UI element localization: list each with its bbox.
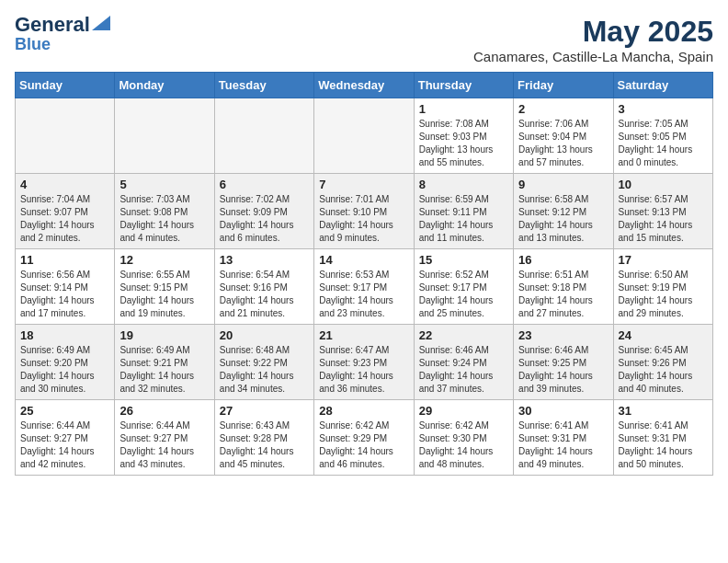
subtitle: Canamares, Castille-La Mancha, Spain: [473, 49, 713, 64]
day-number: 21: [319, 328, 408, 342]
calendar-week-row: 11Sunrise: 6:56 AM Sunset: 9:14 PM Dayli…: [16, 249, 713, 325]
calendar-cell: 22Sunrise: 6:46 AM Sunset: 9:24 PM Dayli…: [414, 325, 513, 400]
day-info: Sunrise: 6:48 AM Sunset: 9:22 PM Dayligh…: [220, 344, 309, 396]
day-number: 7: [319, 178, 408, 191]
calendar-cell: 23Sunrise: 6:46 AM Sunset: 9:25 PM Dayli…: [514, 325, 613, 400]
day-info: Sunrise: 6:59 AM Sunset: 9:11 PM Dayligh…: [419, 193, 508, 245]
calendar-table: SundayMondayTuesdayWednesdayThursdayFrid…: [15, 72, 713, 476]
calendar-cell: 25Sunrise: 6:44 AM Sunset: 9:27 PM Dayli…: [16, 400, 115, 476]
day-info: Sunrise: 6:44 AM Sunset: 9:27 PM Dayligh…: [20, 419, 109, 471]
day-number: 6: [220, 178, 309, 191]
weekday-header: Saturday: [613, 73, 712, 98]
calendar-cell: 15Sunrise: 6:52 AM Sunset: 9:17 PM Dayli…: [414, 249, 513, 325]
day-number: 5: [119, 178, 209, 191]
weekday-header: Wednesday: [314, 73, 414, 98]
calendar-cell: 5Sunrise: 7:03 AM Sunset: 9:08 PM Daylig…: [115, 174, 214, 249]
logo: General Blue: [15, 15, 110, 54]
day-number: 9: [518, 178, 608, 191]
day-info: Sunrise: 7:02 AM Sunset: 9:09 PM Dayligh…: [220, 193, 309, 245]
svg-marker-0: [92, 16, 110, 30]
day-info: Sunrise: 7:04 AM Sunset: 9:07 PM Dayligh…: [20, 193, 109, 245]
calendar-cell: 24Sunrise: 6:45 AM Sunset: 9:26 PM Dayli…: [613, 325, 712, 400]
weekday-header: Monday: [115, 73, 214, 98]
calendar-cell: 6Sunrise: 7:02 AM Sunset: 9:09 PM Daylig…: [214, 174, 313, 249]
day-number: 22: [419, 328, 508, 342]
calendar-cell: [214, 98, 313, 174]
calendar-cell: 18Sunrise: 6:49 AM Sunset: 9:20 PM Dayli…: [16, 325, 115, 400]
day-number: 31: [619, 404, 708, 418]
logo-blue: Blue: [15, 35, 51, 54]
calendar-cell: 20Sunrise: 6:48 AM Sunset: 9:22 PM Dayli…: [214, 325, 313, 400]
month-title: May 2025: [473, 15, 713, 49]
day-number: 16: [518, 253, 608, 267]
title-area: May 2025 Canamares, Castille-La Mancha, …: [473, 15, 713, 64]
calendar-cell: 10Sunrise: 6:57 AM Sunset: 9:13 PM Dayli…: [613, 174, 712, 249]
day-info: Sunrise: 6:43 AM Sunset: 9:28 PM Dayligh…: [220, 419, 309, 471]
day-info: Sunrise: 6:55 AM Sunset: 9:15 PM Dayligh…: [119, 269, 209, 320]
day-info: Sunrise: 6:49 AM Sunset: 9:20 PM Dayligh…: [20, 344, 109, 396]
day-number: 13: [220, 253, 309, 267]
calendar-cell: 19Sunrise: 6:49 AM Sunset: 9:21 PM Dayli…: [115, 325, 214, 400]
day-info: Sunrise: 6:50 AM Sunset: 9:19 PM Dayligh…: [619, 269, 708, 320]
day-number: 25: [20, 404, 109, 418]
day-info: Sunrise: 7:06 AM Sunset: 9:04 PM Dayligh…: [518, 118, 608, 169]
day-info: Sunrise: 6:42 AM Sunset: 9:29 PM Dayligh…: [319, 419, 408, 471]
day-number: 10: [619, 178, 708, 191]
calendar-cell: 27Sunrise: 6:43 AM Sunset: 9:28 PM Dayli…: [214, 400, 313, 476]
weekday-header: Sunday: [16, 73, 115, 98]
day-number: 28: [319, 404, 408, 418]
calendar-cell: 4Sunrise: 7:04 AM Sunset: 9:07 PM Daylig…: [16, 174, 115, 249]
calendar-cell: 1Sunrise: 7:08 AM Sunset: 9:03 PM Daylig…: [414, 98, 513, 174]
calendar-cell: 31Sunrise: 6:41 AM Sunset: 9:31 PM Dayli…: [613, 400, 712, 476]
day-info: Sunrise: 7:08 AM Sunset: 9:03 PM Dayligh…: [419, 118, 508, 169]
day-info: Sunrise: 6:52 AM Sunset: 9:17 PM Dayligh…: [419, 269, 508, 320]
calendar-header-row: SundayMondayTuesdayWednesdayThursdayFrid…: [16, 73, 713, 98]
calendar-cell: 9Sunrise: 6:58 AM Sunset: 9:12 PM Daylig…: [514, 174, 613, 249]
day-info: Sunrise: 6:44 AM Sunset: 9:27 PM Dayligh…: [119, 419, 209, 471]
day-number: 1: [419, 102, 508, 116]
day-info: Sunrise: 6:53 AM Sunset: 9:17 PM Dayligh…: [319, 269, 408, 320]
weekday-header: Friday: [514, 73, 613, 98]
day-number: 3: [619, 102, 708, 116]
calendar-cell: 21Sunrise: 6:47 AM Sunset: 9:23 PM Dayli…: [314, 325, 414, 400]
calendar-cell: [314, 98, 414, 174]
calendar-cell: 30Sunrise: 6:41 AM Sunset: 9:31 PM Dayli…: [514, 400, 613, 476]
day-number: 23: [518, 328, 608, 342]
day-info: Sunrise: 6:54 AM Sunset: 9:16 PM Dayligh…: [220, 269, 309, 320]
day-info: Sunrise: 6:45 AM Sunset: 9:26 PM Dayligh…: [619, 344, 708, 396]
day-number: 18: [20, 328, 109, 342]
calendar-cell: 8Sunrise: 6:59 AM Sunset: 9:11 PM Daylig…: [414, 174, 513, 249]
logo-general: General: [15, 15, 90, 35]
calendar-cell: 17Sunrise: 6:50 AM Sunset: 9:19 PM Dayli…: [613, 249, 712, 325]
calendar-cell: 14Sunrise: 6:53 AM Sunset: 9:17 PM Dayli…: [314, 249, 414, 325]
day-number: 20: [220, 328, 309, 342]
weekday-header: Thursday: [414, 73, 513, 98]
day-info: Sunrise: 6:41 AM Sunset: 9:31 PM Dayligh…: [619, 419, 708, 471]
calendar-week-row: 1Sunrise: 7:08 AM Sunset: 9:03 PM Daylig…: [16, 98, 713, 174]
day-info: Sunrise: 6:46 AM Sunset: 9:24 PM Dayligh…: [419, 344, 508, 396]
day-number: 30: [518, 404, 608, 418]
calendar-week-row: 25Sunrise: 6:44 AM Sunset: 9:27 PM Dayli…: [16, 400, 713, 476]
day-info: Sunrise: 6:41 AM Sunset: 9:31 PM Dayligh…: [518, 419, 608, 471]
day-info: Sunrise: 6:42 AM Sunset: 9:30 PM Dayligh…: [419, 419, 508, 471]
day-info: Sunrise: 6:56 AM Sunset: 9:14 PM Dayligh…: [20, 269, 109, 320]
logo-icon: [92, 16, 110, 30]
calendar-cell: [115, 98, 214, 174]
calendar-cell: 11Sunrise: 6:56 AM Sunset: 9:14 PM Dayli…: [16, 249, 115, 325]
calendar-cell: 2Sunrise: 7:06 AM Sunset: 9:04 PM Daylig…: [514, 98, 613, 174]
calendar-week-row: 4Sunrise: 7:04 AM Sunset: 9:07 PM Daylig…: [16, 174, 713, 249]
day-info: Sunrise: 6:46 AM Sunset: 9:25 PM Dayligh…: [518, 344, 608, 396]
day-number: 15: [419, 253, 508, 267]
day-number: 24: [619, 328, 708, 342]
day-number: 29: [419, 404, 508, 418]
day-info: Sunrise: 7:03 AM Sunset: 9:08 PM Dayligh…: [119, 193, 209, 245]
calendar-cell: 29Sunrise: 6:42 AM Sunset: 9:30 PM Dayli…: [414, 400, 513, 476]
day-info: Sunrise: 7:01 AM Sunset: 9:10 PM Dayligh…: [319, 193, 408, 245]
day-info: Sunrise: 6:47 AM Sunset: 9:23 PM Dayligh…: [319, 344, 408, 396]
day-number: 14: [319, 253, 408, 267]
day-info: Sunrise: 7:05 AM Sunset: 9:05 PM Dayligh…: [619, 118, 708, 169]
calendar-cell: 28Sunrise: 6:42 AM Sunset: 9:29 PM Dayli…: [314, 400, 414, 476]
calendar-cell: 26Sunrise: 6:44 AM Sunset: 9:27 PM Dayli…: [115, 400, 214, 476]
day-number: 11: [20, 253, 109, 267]
calendar-cell: 7Sunrise: 7:01 AM Sunset: 9:10 PM Daylig…: [314, 174, 414, 249]
